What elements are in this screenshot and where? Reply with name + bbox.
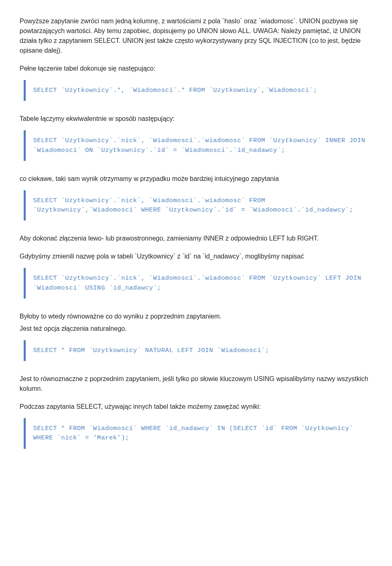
paragraph-6: Gdybyśmy zmienili nazwę pola w tabeli `U… [20,252,372,261]
paragraph-1: Powyższe zapytanie zwróci nam jedną kolu… [20,16,372,56]
code-block-6: SELECT * FROM `Wiadomosci` WHERE `id_nad… [24,418,368,449]
code-block-1: SELECT `Uzytkownicy`.*, `Wiadomosci`.* F… [24,80,368,101]
paragraph-4: co ciekawe, taki sam wynik otrzymamy w p… [20,174,372,184]
paragraph-3: Tabele łączymy ekwiwalentnie w sposób na… [20,114,372,124]
paragraph-10: Podczas zapytania SELECT, używając innyc… [20,402,372,412]
code-block-5: SELECT * FROM `Uzytkownicy` NATURAL LEFT… [24,340,368,361]
paragraph-8: Jest też opcja złączenia naturalnego. [20,324,372,334]
paragraph-5: Aby dokonać złączenia lewo- lub prawostr… [20,234,372,243]
paragraph-7: Byłoby to wtedy równoważne co do wyniku … [20,312,372,321]
code-block-2: SELECT `Uzytkownicy`.`nick`, `Wiadomosci… [24,130,368,161]
code-block-4: SELECT `Uzytkownicy`.`nick`, `Wiadomosci… [24,268,368,299]
paragraph-2: Pełne łączenie tabel dokonuje się następ… [20,64,372,74]
paragraph-9: Jest to równoznaczne z poprzednim zapyta… [20,374,372,394]
code-block-3: SELECT `Uzytkownicy`.`nick`, `Wiadomosci… [24,190,368,221]
